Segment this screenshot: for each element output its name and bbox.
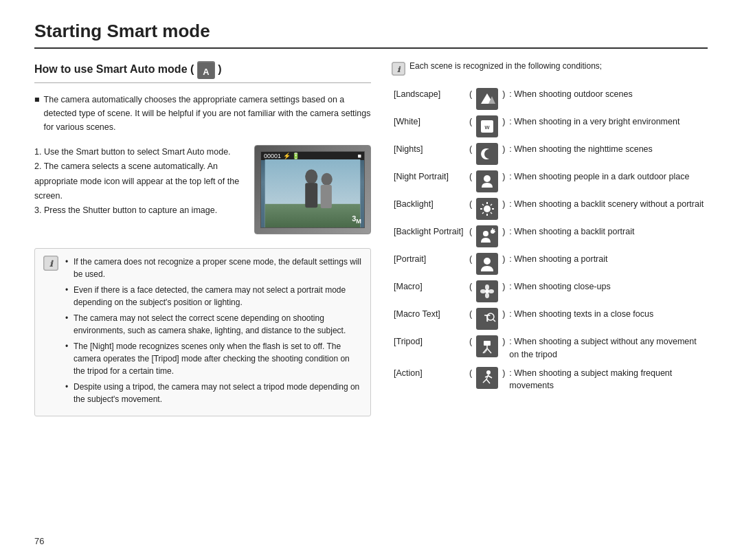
step-2: 2. The camera selects a scene automatica… (34, 159, 245, 203)
scene-close-paren-9: ) (500, 333, 507, 364)
scene-row-backlight: [Backlight] ( (392, 195, 708, 223)
scene-label-backlight: [Backlight] (392, 195, 467, 223)
each-scene-note: ℹ Each scene is recognized in the follow… (392, 61, 708, 76)
scene-open-paren-6: ( (467, 250, 474, 278)
scene-row-backlight-portrait: [Backlight Portrait] ( (392, 223, 708, 250)
scene-open-paren-3: ( (467, 168, 474, 195)
scene-close-paren-10: ) (500, 364, 507, 396)
note-item-2: Even if there is a face detected, the ca… (65, 284, 362, 309)
scene-icon-macro-text: T (474, 305, 500, 333)
scene-label-night-portrait: [Night Portrait] (392, 168, 467, 195)
note-box: ℹ If the camera does not recognize a pro… (34, 248, 371, 416)
note-item-1: If the camera does not recognize a prope… (65, 256, 362, 280)
scene-row-tripod: [Tripod] ( (392, 333, 708, 364)
scene-label-landscape: [Landscape] (392, 85, 467, 113)
page-number: 76 (34, 536, 44, 546)
step-1: 1. Use the Smart button to select Smart … (34, 145, 245, 159)
scene-row-macro-text: [Macro Text] ( T ) (392, 305, 708, 333)
scene-row-white: [White] ( w ) : When shooting in a very … (392, 113, 708, 140)
each-scene-text: Each scene is recognized in the followin… (409, 61, 602, 71)
right-column: ℹ Each scene is recognized in the follow… (392, 61, 708, 416)
svg-point-20 (484, 175, 491, 182)
scene-label-portrait: [Portrait] (392, 250, 467, 278)
scene-icon-macro (474, 278, 500, 305)
scene-icon-nights (474, 140, 500, 168)
scene-close-paren-2: ) (500, 140, 507, 168)
scene-desc-action: : When shooting a subject making frequen… (507, 364, 708, 396)
section-title: How to use Smart Auto mode ( A ) (34, 61, 371, 83)
svg-rect-18 (478, 145, 496, 163)
svg-point-41 (485, 284, 489, 290)
scene-desc-macro: : When shooting close-ups (507, 278, 708, 305)
svg-point-42 (485, 293, 489, 298)
scene-icon-action (474, 364, 500, 396)
scene-row-action: [Action] ( (392, 364, 708, 396)
scene-close-paren-4: ) (500, 195, 507, 223)
note-item-5: Despite using a tripod, the camera may n… (65, 381, 362, 405)
camera-3m-badge: 3M (352, 214, 361, 225)
scene-icon-backlight (474, 195, 500, 223)
scene-desc-tripod: : When shooting a subject without any mo… (507, 333, 708, 364)
scene-open-paren-5: ( (467, 223, 474, 250)
scene-row-night-portrait: [Night Portrait] ( (392, 168, 708, 195)
svg-point-43 (480, 289, 486, 293)
scene-close-paren-1: ) (500, 113, 507, 140)
scene-label-backlight-portrait: [Backlight Portrait] (392, 223, 467, 250)
note-icon-small: ℹ (392, 62, 405, 76)
scene-close-paren-8: ) (500, 305, 507, 333)
svg-text:w: w (484, 124, 491, 131)
step-3: 3. Press the Shutter button to capture a… (34, 203, 245, 218)
note-item-3: The camera may not select the correct sc… (65, 312, 362, 337)
svg-line-35 (494, 229, 495, 230)
svg-point-32 (483, 231, 488, 236)
intro-text: ■ The camera automatically chooses the a… (34, 93, 371, 134)
scene-row-nights: [Nights] ( ) : When shooting the nightti… (392, 140, 708, 168)
scene-desc-nights: : When shooting the nighttime scenes (507, 140, 708, 168)
scene-desc-landscape: : When shooting outdoor scenes (507, 85, 708, 113)
note-item-4: The [Night] mode recognizes scenes only … (65, 340, 362, 377)
scene-close-paren-3: ) (500, 168, 507, 195)
svg-rect-7 (321, 185, 332, 208)
scene-label-action: [Action] (392, 364, 467, 396)
scene-icon-portrait (474, 250, 500, 278)
svg-point-4 (305, 169, 317, 184)
scene-label-macro-text: [Macro Text] (392, 305, 467, 333)
scene-desc-portrait: : When shooting a portrait (507, 250, 708, 278)
camera-screen: 00001 ⚡ 🔋 ■ (260, 151, 365, 228)
scene-desc-night-portrait: : When shooting people in a dark outdoor… (507, 168, 708, 195)
note-icon: ℹ (43, 256, 58, 271)
svg-text:A: A (203, 66, 209, 76)
scene-open-paren-0: ( (467, 85, 474, 113)
scene-label-nights: [Nights] (392, 140, 467, 168)
svg-point-38 (484, 258, 491, 265)
scene-row-landscape: [Landscape] ( ) : When s (392, 85, 708, 113)
scene-icon-tripod (474, 333, 500, 364)
scene-desc-macro-text: : When shooting texts in a close focus (507, 305, 708, 333)
svg-point-44 (488, 289, 494, 293)
scene-close-paren-6: ) (500, 250, 507, 278)
scene-open-paren-4: ( (467, 195, 474, 223)
scene-close-paren-5: ) (500, 223, 507, 250)
scene-open-paren-7: ( (467, 278, 474, 305)
scene-close-paren-7: ) (500, 278, 507, 305)
scene-desc-backlight: : When shooting a backlit scenery withou… (507, 195, 708, 223)
scene-label-macro: [Macro] (392, 278, 467, 305)
scene-table: [Landscape] ( ) : When s (392, 85, 708, 395)
section-title-text: How to use Smart Auto mode ( A ) (34, 61, 222, 79)
scene-desc-white: : When shooting in a very bright environ… (507, 113, 708, 140)
scene-close-paren-0: ) (500, 85, 507, 113)
left-column: How to use Smart Auto mode ( A ) ■ The c… (34, 61, 371, 416)
steps-text: 1. Use the Smart button to select Smart … (34, 145, 245, 218)
svg-point-6 (322, 173, 333, 186)
scene-icon-night-portrait (474, 168, 500, 195)
scene-open-paren-8: ( (467, 305, 474, 333)
scene-label-tripod: [Tripod] (392, 333, 467, 364)
scene-open-paren-10: ( (467, 364, 474, 396)
scene-open-paren-1: ( (467, 113, 474, 140)
svg-point-56 (486, 370, 491, 374)
svg-rect-5 (305, 183, 317, 208)
scene-row-macro: [Macro] ( (392, 278, 708, 305)
scene-desc-backlight-portrait: : When shooting a backlit portrait (507, 223, 708, 250)
scene-label-white: [White] (392, 113, 467, 140)
note-bullets: If the camera does not recognize a prope… (65, 256, 362, 409)
